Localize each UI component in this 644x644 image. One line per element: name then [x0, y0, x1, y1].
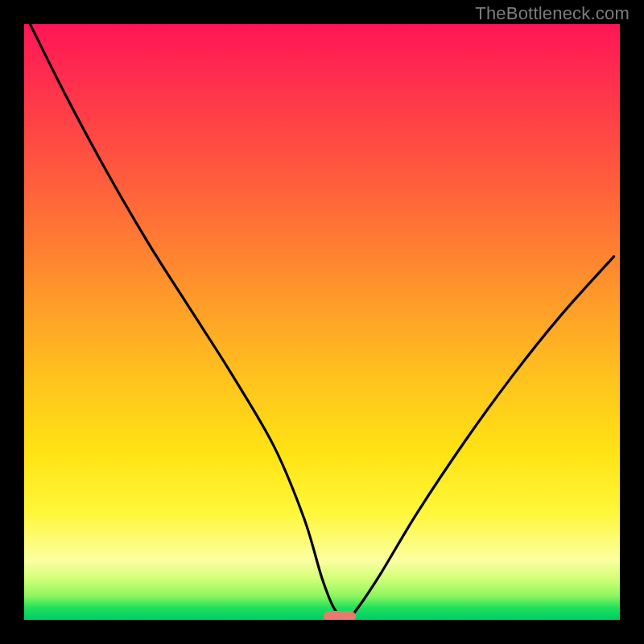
bottleneck-curve — [24, 24, 620, 620]
plot-area — [24, 24, 620, 620]
watermark-text: TheBottleneck.com — [475, 3, 630, 24]
curve-path — [30, 24, 613, 620]
chart-frame: TheBottleneck.com — [0, 0, 644, 644]
optimum-marker — [324, 611, 356, 620]
